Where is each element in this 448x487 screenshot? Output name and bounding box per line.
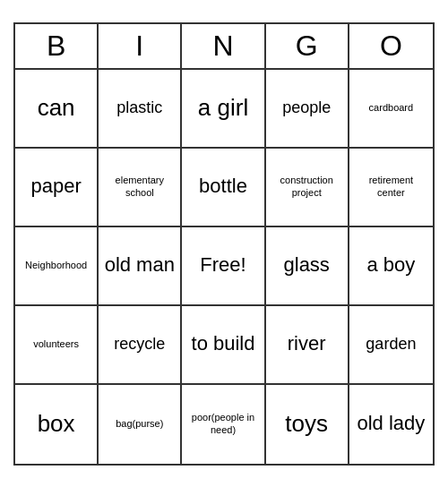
cell-text: construction project (271, 175, 342, 198)
bingo-cell: garden (349, 306, 433, 385)
cell-text: bag(purse) (116, 418, 163, 430)
header-letter: G (266, 24, 349, 68)
bingo-cell: people (266, 70, 349, 149)
bingo-grid: canplastica girlpeoplecardboardpaperelem… (15, 70, 433, 464)
bingo-cell: bottle (182, 149, 265, 227)
bingo-cell: toys (266, 385, 349, 464)
bingo-cell: recycle (99, 306, 182, 385)
cell-text: old man (105, 253, 175, 277)
bingo-cell: Free! (182, 227, 265, 306)
cell-text: to build (192, 332, 255, 355)
bingo-card: BINGO canplastica girlpeoplecardboardpap… (13, 22, 435, 466)
cell-text: glass (284, 253, 330, 277)
cell-text: people (282, 98, 331, 118)
cell-text: a girl (198, 94, 248, 122)
bingo-cell: to build (182, 306, 265, 385)
cell-text: a boy (366, 253, 415, 277)
bingo-cell: can (15, 70, 99, 149)
bingo-cell: cardboard (349, 70, 433, 149)
bingo-cell: old lady (349, 385, 433, 464)
header-letter: B (15, 24, 99, 68)
cell-text: bottle (199, 175, 247, 198)
cell-text: box (38, 410, 75, 438)
cell-text: recycle (114, 335, 165, 355)
cell-text: river (288, 332, 326, 355)
bingo-header: BINGO (15, 24, 433, 70)
bingo-cell: construction project (266, 149, 349, 227)
bingo-cell: glass (266, 227, 349, 306)
cell-text: cardboard (369, 102, 414, 114)
cell-text: toys (285, 410, 328, 438)
cell-text: garden (366, 335, 416, 355)
bingo-cell: poor(people in need) (182, 385, 265, 464)
cell-text: poor(people in need) (187, 412, 258, 435)
header-letter: I (99, 24, 182, 68)
bingo-cell: volunteers (15, 306, 99, 385)
cell-text: Free! (200, 253, 246, 277)
bingo-cell: paper (15, 149, 99, 227)
bingo-cell: river (266, 306, 349, 385)
bingo-cell: a boy (349, 227, 433, 306)
bingo-cell: a girl (182, 70, 265, 149)
cell-text: can (38, 94, 75, 122)
cell-text: old lady (357, 412, 425, 435)
bingo-cell: elementary school (99, 149, 182, 227)
bingo-cell: retirement center (349, 149, 433, 227)
cell-text: elementary school (104, 175, 175, 198)
cell-text: volunteers (33, 338, 79, 350)
bingo-cell: bag(purse) (99, 385, 182, 464)
header-letter: O (349, 24, 433, 68)
header-letter: N (182, 24, 265, 68)
bingo-cell: box (15, 385, 99, 464)
cell-text: paper (30, 175, 81, 198)
bingo-cell: old man (99, 227, 182, 306)
cell-text: Neighborhood (25, 260, 87, 271)
bingo-cell: Neighborhood (15, 227, 99, 306)
bingo-cell: plastic (99, 70, 182, 149)
cell-text: plastic (116, 98, 162, 118)
cell-text: retirement center (355, 175, 427, 198)
